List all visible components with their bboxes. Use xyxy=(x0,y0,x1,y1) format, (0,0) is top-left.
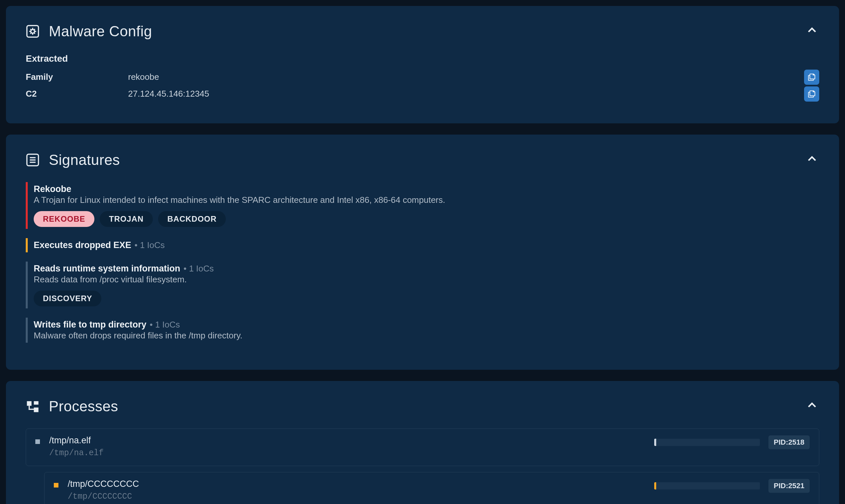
process-row[interactable]: /tmp/na.elf /tmp/na.elf PID:2518 xyxy=(26,429,819,466)
panel-title: Processes xyxy=(49,398,118,415)
process-path-sub: /tmp/CCCCCCCC xyxy=(68,492,654,501)
timeline-tick-icon xyxy=(654,439,656,446)
panel-header: Malware Config xyxy=(26,23,819,40)
svg-rect-10 xyxy=(29,409,35,410)
svg-rect-8 xyxy=(34,408,39,412)
process-marker-icon xyxy=(35,439,40,444)
malware-config-panel: Malware Config Extracted Family rekoobe … xyxy=(6,6,839,123)
config-value: 27.124.45.146:12345 xyxy=(128,89,209,99)
signature-description: Reads data from /proc virtual filesystem… xyxy=(34,274,819,285)
signature-item[interactable]: Executes dropped EXE• 1 IoCs xyxy=(26,238,819,252)
process-timeline-bar xyxy=(654,439,760,446)
svg-rect-6 xyxy=(27,401,32,406)
config-row: C2 27.124.45.146:12345 xyxy=(26,89,819,99)
signature-item[interactable]: Reads runtime system information• 1 IoCs… xyxy=(26,262,819,308)
process-marker-icon xyxy=(54,483,58,487)
tag-row: DISCOVERY xyxy=(34,291,819,306)
signature-iocs: • 1 IoCs xyxy=(150,320,180,329)
signature-description: Malware often drops required files in th… xyxy=(34,330,819,341)
config-key: Family xyxy=(26,72,128,82)
signature-item[interactable]: RekoobeA Trojan for Linux intended to in… xyxy=(26,182,819,229)
list-icon xyxy=(26,153,40,167)
pid-badge: PID:2518 xyxy=(769,435,810,449)
config-row: Family rekoobe xyxy=(26,72,819,82)
panel-title: Malware Config xyxy=(49,23,152,40)
process-row[interactable]: /tmp/CCCCCCCC /tmp/CCCCCCCC PID:2521 xyxy=(44,472,819,504)
signature-title: Reads runtime system information xyxy=(34,264,180,273)
copy-button[interactable] xyxy=(804,86,819,102)
panel-header: Processes xyxy=(26,398,819,415)
process-path-sub: /tmp/na.elf xyxy=(49,448,654,458)
config-value: rekoobe xyxy=(128,72,159,82)
tag[interactable]: REKOOBE xyxy=(34,211,94,227)
extracted-label: Extracted xyxy=(26,53,819,64)
svg-point-1 xyxy=(31,29,34,33)
panel-header: Signatures xyxy=(26,152,819,168)
signatures-panel: Signatures RekoobeA Trojan for Linux int… xyxy=(6,134,839,370)
signature-description: A Trojan for Linux intended to infect ma… xyxy=(34,195,819,205)
process-path: /tmp/CCCCCCCC xyxy=(68,479,654,489)
copy-button[interactable] xyxy=(804,70,819,85)
collapse-toggle[interactable] xyxy=(805,152,819,166)
process-path: /tmp/na.elf xyxy=(49,435,654,446)
processes-panel: Processes /tmp/na.elf /tmp/na.elf PID:25… xyxy=(6,381,839,504)
tag[interactable]: BACKDOOR xyxy=(158,211,226,227)
signature-iocs: • 1 IoCs xyxy=(183,264,214,273)
signature-iocs: • 1 IoCs xyxy=(135,240,165,250)
svg-rect-7 xyxy=(34,401,39,405)
tag[interactable]: DISCOVERY xyxy=(34,291,101,306)
config-key: C2 xyxy=(26,89,128,99)
signature-item[interactable]: Writes file to tmp directory• 1 IoCsMalw… xyxy=(26,318,819,343)
process-timeline-bar xyxy=(654,482,760,489)
tag-row: REKOOBETROJANBACKDOOR xyxy=(34,211,819,227)
panel-title: Signatures xyxy=(49,152,120,168)
svg-rect-0 xyxy=(27,26,39,37)
signature-title: Rekoobe xyxy=(34,184,71,194)
tree-icon xyxy=(26,399,40,413)
collapse-toggle[interactable] xyxy=(805,23,819,38)
timeline-tick-icon xyxy=(654,482,656,489)
tag[interactable]: TROJAN xyxy=(100,211,153,227)
pid-badge: PID:2521 xyxy=(769,479,810,493)
signature-title: Executes dropped EXE xyxy=(34,240,131,250)
gear-box-icon xyxy=(26,24,40,38)
signature-title: Writes file to tmp directory xyxy=(34,320,146,329)
collapse-toggle[interactable] xyxy=(805,398,819,413)
